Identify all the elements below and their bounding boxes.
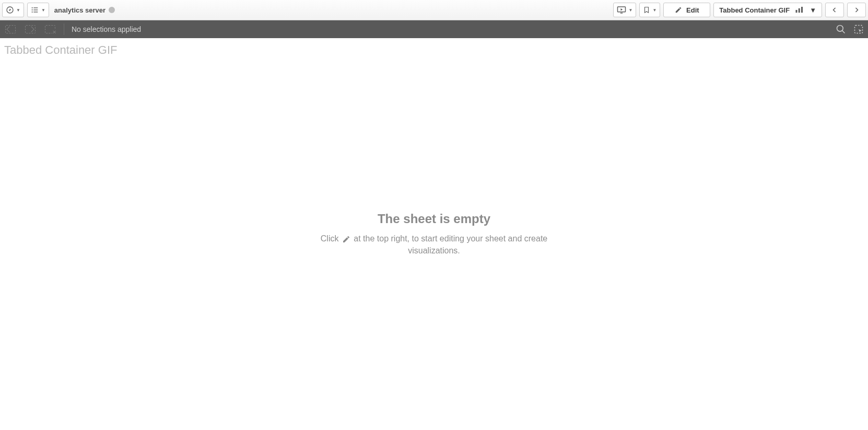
list-icon — [31, 6, 39, 14]
empty-hint: Click at the top right, to start editing… — [319, 233, 549, 257]
selections-tool-button[interactable] — [853, 24, 864, 34]
divider — [64, 24, 64, 35]
selection-forward-icon — [25, 25, 36, 33]
selection-forward-button[interactable] — [24, 25, 37, 33]
chevron-down-icon: ▼ — [16, 8, 20, 13]
clear-selections-button[interactable] — [44, 25, 56, 33]
selections-status-text: No selections applied — [72, 25, 141, 33]
clear-selections-icon — [45, 25, 55, 33]
svg-point-11 — [837, 26, 843, 32]
search-button[interactable] — [836, 24, 846, 34]
svg-point-3 — [32, 9, 33, 10]
chevron-right-icon — [853, 6, 860, 14]
empty-hint-before: Click — [321, 234, 341, 243]
edit-button-label: Edit — [686, 6, 699, 14]
svg-rect-6 — [33, 11, 38, 12]
selections-bar: No selections applied — [0, 20, 868, 38]
svg-rect-9 — [799, 8, 800, 13]
sheet-selector[interactable]: Tabbed Container GIF ▼ — [713, 3, 822, 17]
empty-sheet-message: The sheet is empty Click at the top righ… — [0, 38, 868, 430]
svg-rect-4 — [33, 9, 38, 10]
empty-heading: The sheet is empty — [378, 212, 490, 226]
chevron-down-icon: ▼ — [41, 8, 45, 13]
svg-point-5 — [32, 11, 33, 13]
empty-hint-after: at the top right, to start editing your … — [354, 234, 547, 255]
compass-icon — [6, 6, 14, 14]
svg-rect-8 — [796, 10, 797, 13]
app-title-text: analytics server — [54, 6, 105, 14]
list-menu-button[interactable]: ▼ — [27, 3, 49, 17]
app-title: analytics server — [54, 6, 115, 14]
bookmark-menu-button[interactable]: ▼ — [639, 3, 660, 17]
play-screen-icon — [617, 6, 626, 14]
selection-back-icon — [5, 25, 16, 33]
sheet-title: Tabbed Container GIF — [0, 38, 868, 57]
sheet-selector-label: Tabbed Container GIF — [719, 6, 790, 14]
prev-sheet-button[interactable] — [825, 3, 844, 17]
compass-menu-button[interactable]: ▼ — [2, 3, 24, 17]
chevron-down-icon: ▼ — [810, 6, 816, 14]
svg-point-1 — [32, 7, 33, 8]
chevron-down-icon: ▼ — [652, 8, 656, 13]
pencil-icon — [342, 235, 350, 243]
app-status-icon — [109, 7, 115, 13]
search-icon — [836, 24, 846, 34]
svg-rect-2 — [33, 7, 38, 8]
bar-chart-icon — [795, 6, 804, 14]
chevron-down-icon: ▼ — [628, 8, 632, 13]
bookmark-icon — [643, 6, 650, 14]
top-toolbar: ▼ ▼ analytics server ▼ — [0, 0, 868, 20]
svg-rect-10 — [801, 7, 803, 13]
edit-button[interactable]: Edit — [663, 3, 710, 17]
selections-tool-icon — [853, 24, 864, 34]
chevron-left-icon — [831, 6, 838, 14]
next-sheet-button[interactable] — [847, 3, 866, 17]
pencil-icon — [675, 6, 682, 14]
story-menu-button[interactable]: ▼ — [613, 3, 636, 17]
selection-back-button[interactable] — [4, 25, 17, 33]
